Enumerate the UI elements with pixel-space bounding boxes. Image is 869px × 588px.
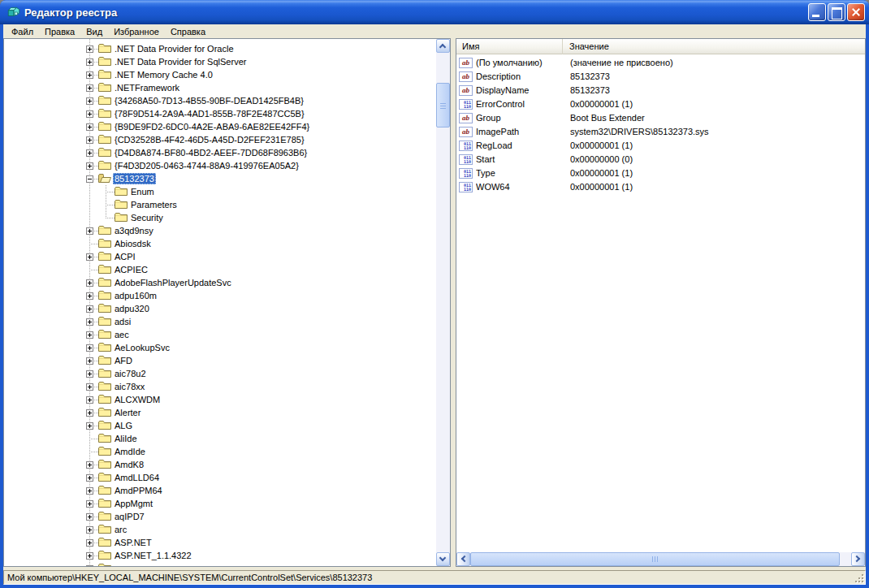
tree-item-amdk8[interactable]: AmdK8 <box>4 458 436 471</box>
tree-item-alerter[interactable]: Alerter <box>4 406 436 419</box>
tree-item-adobeflashplayerupdatesvc[interactable]: AdobeFlashPlayerUpdateSvc <box>4 276 436 289</box>
tree-item-parameters[interactable]: Parameters <box>4 198 436 211</box>
expand-toggle-icon[interactable] <box>86 253 93 261</box>
expand-toggle-icon[interactable] <box>86 422 93 430</box>
expand-toggle-icon[interactable] <box>86 84 93 92</box>
expand-toggle-icon[interactable] <box>86 71 93 79</box>
value-row-description[interactable]: abDescription85132373 <box>456 70 865 84</box>
expand-toggle-icon[interactable] <box>86 123 93 131</box>
tree-item-asp-net[interactable]: ASP.NET <box>4 536 436 549</box>
tree-item-arc[interactable]: arc <box>4 523 436 536</box>
tree-item-aec[interactable]: aec <box>4 328 436 341</box>
expand-toggle-icon[interactable] <box>86 526 93 534</box>
expand-toggle-icon[interactable] <box>86 513 93 521</box>
expand-toggle-icon[interactable] <box>86 383 93 391</box>
tree-item-cd32528b-4f42-46d5-a45d-d2fef231e785[interactable]: {CD32528B-4F42-46D5-A45D-D2FEF231E785} <box>4 133 436 146</box>
tree-item-a3qd9nsy[interactable]: a3qd9nsy <box>4 224 436 237</box>
expand-toggle-icon[interactable] <box>86 136 93 144</box>
tree-item-adpu320[interactable]: adpu320 <box>4 302 436 315</box>
minimize-button[interactable] <box>808 3 826 21</box>
expand-toggle-icon[interactable] <box>86 357 93 365</box>
value-row-displayname[interactable]: abDisplayName85132373 <box>456 84 865 97</box>
expand-toggle-icon[interactable] <box>86 162 93 170</box>
expand-toggle-icon[interactable] <box>86 396 93 404</box>
expand-toggle-icon[interactable] <box>86 45 93 53</box>
collapse-toggle-icon[interactable] <box>86 175 93 183</box>
expand-toggle-icon[interactable] <box>86 552 93 560</box>
value-row-start[interactable]: 011110Start0x00000000 (0) <box>456 153 865 166</box>
tree-item-item[interactable] <box>4 562 436 566</box>
tree-item-alcxwdm[interactable]: ALCXWDM <box>4 393 436 406</box>
expand-toggle-icon[interactable] <box>86 461 93 469</box>
tree-item-d4d8a874-bf80-4bd2-aeef-7dd68f8963b6[interactable]: {D4D8A874-BF80-4BD2-AEEF-7DD68F8963B6} <box>4 146 436 159</box>
expand-toggle-icon[interactable] <box>86 370 93 378</box>
menu-справка[interactable]: Справка <box>165 26 211 37</box>
expand-toggle-icon[interactable] <box>86 292 93 300</box>
column-header-value[interactable]: Значение <box>564 39 865 54</box>
tree-item-34268a50-7d13-4b55-90bf-dead1425fb4b[interactable]: {34268A50-7D13-4B55-90BF-DEAD1425FB4B} <box>4 94 436 107</box>
tree-item-amdlld64[interactable]: AmdLLD64 <box>4 471 436 484</box>
expand-toggle-icon[interactable] <box>86 227 93 235</box>
tree-item-amdide[interactable]: AmdIde <box>4 445 436 458</box>
expand-toggle-icon[interactable] <box>86 58 93 66</box>
tree-item-b9de9fd2-6dc0-4a2e-aba9-6ae82ee42ff4[interactable]: {B9DE9FD2-6DC0-4A2E-ABA9-6AE82EE42FF4} <box>4 120 436 133</box>
expand-toggle-icon[interactable] <box>86 279 93 287</box>
values-horizontal-scrollbar[interactable] <box>456 552 865 566</box>
tree-item-netframework[interactable]: .NETFramework <box>4 81 436 94</box>
tree-item-aic78xx[interactable]: aic78xx <box>4 380 436 393</box>
tree-item-aelookupsvc[interactable]: AeLookupSvc <box>4 341 436 354</box>
expand-toggle-icon[interactable] <box>86 474 93 482</box>
expand-toggle-icon[interactable] <box>86 331 93 339</box>
resize-grip[interactable] <box>854 573 865 584</box>
value-row-по-умолчанию[interactable]: ab(По умолчанию)(значение не присвоено) <box>456 56 865 70</box>
scroll-down-button[interactable] <box>436 552 450 566</box>
tree-scroll-thumb[interactable] <box>436 83 450 128</box>
expand-toggle-icon[interactable] <box>86 305 93 313</box>
tree-item-amdppm64[interactable]: AmdPPM64 <box>4 484 436 497</box>
expand-toggle-icon[interactable] <box>86 318 93 326</box>
tree-item-aic78u2[interactable]: aic78u2 <box>4 367 436 380</box>
expand-toggle-icon[interactable] <box>86 539 93 547</box>
close-button[interactable] <box>847 3 865 21</box>
tree-item-net-memory-cache-4-0[interactable]: .NET Memory Cache 4.0 <box>4 68 436 81</box>
menu-вид[interactable]: Вид <box>80 26 108 37</box>
column-header-name[interactable]: Имя <box>456 39 563 54</box>
tree-item-adpu160m[interactable]: adpu160m <box>4 289 436 302</box>
menu-правка[interactable]: Правка <box>39 26 80 37</box>
expand-toggle-icon[interactable] <box>86 149 93 157</box>
expand-toggle-icon[interactable] <box>86 487 93 495</box>
tree-vertical-scrollbar[interactable] <box>436 39 450 566</box>
tree-item-asp-net-1-1-4322[interactable]: ASP.NET_1.1.4322 <box>4 549 436 562</box>
tree-item-afd[interactable]: AFD <box>4 354 436 367</box>
tree-item-acpi[interactable]: ACPI <box>4 250 436 263</box>
maximize-button[interactable] <box>828 3 845 21</box>
tree-item-f4d3d205-0463-4744-88a9-419976ea05a2[interactable]: {F4D3D205-0463-4744-88A9-419976EA05A2} <box>4 159 436 172</box>
tree-item-aliide[interactable]: AliIde <box>4 432 436 445</box>
tree-item-abiosdsk[interactable]: Abiosdsk <box>4 237 436 250</box>
value-row-imagepath[interactable]: abImagePathsystem32\DRIVERS\85132373.sys <box>456 125 865 139</box>
scroll-up-button[interactable] <box>436 39 450 53</box>
scroll-left-button[interactable] <box>456 552 470 566</box>
menu-файл[interactable]: Файл <box>6 26 39 37</box>
tree-item-net-data-provider-for-oracle[interactable]: .NET Data Provider for Oracle <box>4 42 436 55</box>
tree-item-appmgmt[interactable]: AppMgmt <box>4 497 436 510</box>
tree-item-78f9d514-2a9a-4ad1-855b-78f2e487cc5b[interactable]: {78F9D514-2A9A-4AD1-855B-78F2E487CC5B} <box>4 107 436 120</box>
value-row-group[interactable]: abGroupBoot Bus Extender <box>456 111 865 125</box>
expand-toggle-icon[interactable] <box>86 110 93 118</box>
tree-item-85132373[interactable]: 85132373 <box>4 172 436 185</box>
expand-toggle-icon[interactable] <box>86 500 93 508</box>
expand-toggle-icon[interactable] <box>86 97 93 105</box>
tree-item-adsi[interactable]: adsi <box>4 315 436 328</box>
menu-избранное[interactable]: Избранное <box>108 26 165 37</box>
expand-toggle-icon[interactable] <box>86 344 93 352</box>
expand-toggle-icon[interactable] <box>86 409 93 417</box>
value-row-type[interactable]: 011110Type0x00000001 (1) <box>456 166 865 180</box>
tree-item-acpiec[interactable]: ACPIEC <box>4 263 436 276</box>
value-row-wow64[interactable]: 011110WOW640x00000001 (1) <box>456 180 865 194</box>
tree-item-security[interactable]: Security <box>4 211 436 224</box>
values-scroll-thumb[interactable] <box>470 552 840 566</box>
scroll-right-button[interactable] <box>851 552 865 566</box>
value-row-regload[interactable]: 011110RegLoad0x00000001 (1) <box>456 139 865 153</box>
title-bar[interactable]: Редактор реестра <box>0 0 869 24</box>
value-row-errorcontrol[interactable]: 011110ErrorControl0x00000001 (1) <box>456 97 865 111</box>
